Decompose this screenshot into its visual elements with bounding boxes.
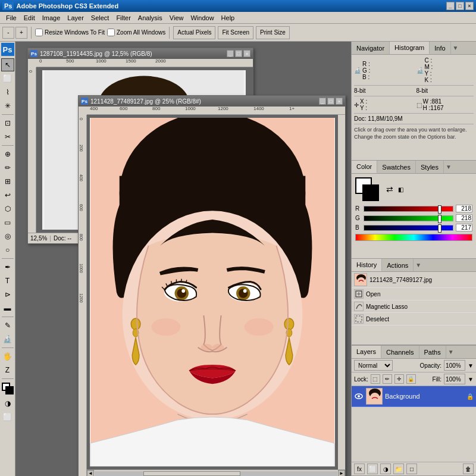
layers-panel-menu[interactable]: ▼ [446,347,456,357]
menu-layer[interactable]: Layer [64,13,87,23]
menu-file[interactable]: File [2,13,20,23]
layer-visibility-btn[interactable] [354,392,364,401]
tool-history-brush[interactable]: ↩ [1,189,14,202]
menu-view[interactable]: View [166,13,187,23]
tool-dodge[interactable]: ○ [1,243,14,256]
menu-select[interactable]: Select [87,13,113,23]
minimize-btn[interactable]: _ [446,2,455,10]
menu-edit[interactable]: Edit [20,13,39,23]
tab-color[interactable]: Color [352,161,377,173]
lock-all-btn[interactable]: 🔒 [406,374,416,384]
scroll-thumb-h[interactable] [143,471,240,476]
zoom-all-input[interactable] [107,29,115,36]
tool-gradient[interactable]: ▭ [1,216,14,229]
background-color[interactable] [5,386,14,394]
tool-hand[interactable]: 🖐 [1,350,14,363]
r-slider-track[interactable] [364,206,453,212]
tool-lasso[interactable]: ⌇ [1,86,14,99]
doc-2-maximize[interactable]: □ [327,98,334,105]
maximize-btn[interactable]: □ [456,2,464,10]
tool-shape[interactable]: ▬ [1,302,14,315]
history-item-2[interactable]: Magnetic Lasso [352,300,476,313]
history-item-0[interactable]: 1211428_77489127.jpg [352,272,476,288]
print-size-btn[interactable]: Print Size [256,26,290,39]
zoom-in-btn[interactable]: + [15,27,27,39]
layer-adjustment-btn[interactable]: ◑ [380,464,391,474]
scroll-right-btn[interactable]: ► [338,470,345,477]
lock-position-btn[interactable]: ✛ [394,374,404,384]
fit-screen-btn[interactable]: Fit Screen [218,26,253,39]
resize-windows-checkbox[interactable]: Resize Windows To Fit [35,29,105,36]
r-value-input[interactable] [456,205,472,212]
layer-background[interactable]: Background 🔒 [352,386,476,407]
tool-screen-mode[interactable]: ⬜ [1,411,14,424]
doc-1-minimize[interactable]: _ [227,50,234,57]
history-item-3[interactable]: Deselect [352,313,476,325]
menu-analysis[interactable]: Analysis [134,13,166,23]
history-item-1[interactable]: Open [352,288,476,300]
layer-new-btn[interactable]: □ [406,464,417,474]
scroll-left-btn[interactable]: ◄ [87,470,94,477]
default-colors-icon[interactable]: ◧ [398,186,403,193]
tab-styles[interactable]: Styles [416,161,444,173]
tab-navigator[interactable]: Navigator [352,42,390,54]
menu-help[interactable]: Help [218,13,239,23]
b-slider-track[interactable] [364,225,453,231]
layer-mask-btn[interactable]: ⬜ [367,464,378,474]
navigator-panel-menu[interactable]: ▼ [451,43,461,53]
tab-channels[interactable]: Channels [381,346,419,358]
fill-input[interactable] [444,374,465,384]
swap-icon[interactable]: ⇄ [386,184,393,194]
bg-chip[interactable] [362,184,379,201]
tool-brush[interactable]: ✏ [1,161,14,174]
tab-history[interactable]: History [352,259,382,271]
resize-windows-input[interactable] [35,29,43,36]
close-btn[interactable]: × [465,2,474,10]
scroll-track-h[interactable] [95,471,337,476]
g-value-input[interactable] [456,214,472,222]
g-slider-track[interactable] [364,215,453,221]
doc-2-minimize[interactable]: _ [319,98,326,105]
fg-bg-chips[interactable] [355,177,379,201]
tool-zoom[interactable]: Z [1,364,14,377]
menu-window[interactable]: Window [187,13,217,23]
tab-info[interactable]: Info [430,42,450,54]
tool-marquee[interactable]: ⬜ [1,72,14,85]
tool-slice[interactable]: ✂ [1,130,14,143]
tool-eyedropper[interactable]: 🔬 [1,333,14,346]
blend-mode-select[interactable]: Normal [354,360,393,371]
b-value-input[interactable] [456,224,472,231]
zoom-out-btn[interactable]: - [2,27,14,39]
tab-layers[interactable]: Layers [352,346,381,358]
lock-transparent-btn[interactable]: ⬚ [371,374,380,384]
tool-pen[interactable]: ✒ [1,261,14,274]
lock-image-btn[interactable]: ✏ [383,374,392,384]
tool-blur[interactable]: ◎ [1,230,14,243]
tab-histogram[interactable]: Histogram [390,42,430,54]
color-panel-menu[interactable]: ▼ [444,162,453,172]
doc-2-close[interactable]: × [336,98,343,105]
tab-actions[interactable]: Actions [382,259,414,271]
menu-filter[interactable]: Filter [112,13,134,23]
doc-1-close[interactable]: × [243,50,250,57]
g-slider-thumb[interactable] [438,215,441,223]
tool-magic-wand[interactable]: ✳ [1,99,14,112]
fill-arrow[interactable]: ▼ [468,376,474,383]
history-panel-menu[interactable]: ▼ [414,261,423,270]
menu-image[interactable]: Image [39,13,64,23]
tool-eraser[interactable]: ⬡ [1,202,14,215]
layer-styles-btn[interactable]: fx [354,464,365,474]
opacity-arrow[interactable]: ▼ [468,362,474,369]
r-slider-thumb[interactable] [438,205,441,214]
tab-swatches[interactable]: Swatches [377,161,416,173]
tool-path-selection[interactable]: ⊳ [1,288,14,301]
zoom-all-checkbox[interactable]: Zoom All Windows [107,29,165,36]
b-slider-thumb[interactable] [438,224,441,233]
layer-group-btn[interactable]: 📁 [393,464,404,474]
tab-paths[interactable]: Paths [419,346,446,358]
tool-move[interactable]: ↖ [1,58,14,71]
actual-pixels-btn[interactable]: Actual Pixels [173,26,215,39]
tool-healing[interactable]: ⊕ [1,148,14,161]
opacity-input[interactable] [444,360,465,371]
color-chips[interactable] [1,382,14,395]
